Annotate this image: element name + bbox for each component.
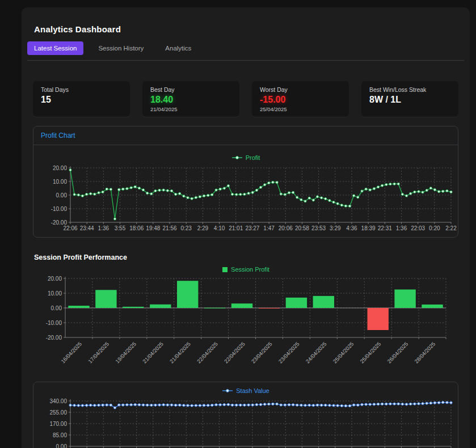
bar — [259, 308, 280, 308]
grid — [70, 401, 451, 446]
y-tick-label: 170.00 — [49, 421, 67, 427]
bar — [368, 308, 389, 330]
bar — [394, 290, 415, 308]
stash-legend: Stash Value — [38, 387, 453, 394]
profit-line-chart: 20.0010.000.00-10.00-20.0022:0623:441:36… — [38, 163, 458, 235]
x-tick-label: 25/04/2025 — [331, 341, 355, 365]
y-tick-label: 340.00 — [49, 398, 67, 404]
bar — [231, 303, 252, 308]
session-profit-title: Session Profit Performance — [34, 253, 458, 261]
y-tick-label: 85.00 — [53, 432, 67, 438]
x-tick-label: 21:01 — [229, 225, 243, 231]
x-tick-label: 23/04/2025 — [277, 341, 301, 365]
session-profit-bar-chart: 20.0010.000.00-10.00-20.0016/04/202517/0… — [33, 275, 453, 370]
x-tick-label: 21/04/2025 — [141, 341, 165, 365]
x-tick-label: 23:53 — [311, 225, 326, 231]
tab-session-history[interactable]: Session History — [91, 41, 150, 55]
stat-card-worst-day: Worst Day -15.00 25/04/2025 — [252, 81, 349, 117]
stash-line-chart: 340.00255.00170.0085.000.0022:0623:441:3… — [38, 396, 458, 448]
x-tick-label: 19:48 — [146, 225, 160, 231]
stat-label: Total Days — [41, 86, 122, 93]
y-tick-label: 255.00 — [49, 409, 67, 416]
x-tick-label: 23:27 — [245, 225, 259, 231]
stat-date: 25/04/2025 — [260, 106, 341, 112]
streak-separator: / — [383, 95, 390, 104]
x-tick-label: 16/04/2025 — [60, 341, 83, 365]
y-tick-label: 0.00 — [56, 192, 68, 198]
y-tick-label: -20.00 — [46, 335, 62, 341]
x-tick-label: 2:22 — [445, 225, 457, 231]
x-tick-label: 22/04/2025 — [223, 341, 246, 365]
stat-value: 15 — [41, 95, 122, 105]
stat-card-best-day: Best Day 18.40 21/04/2025 — [142, 81, 239, 117]
x-tick-label: 18:39 — [361, 225, 376, 231]
session-profit-section: Session Profit Performance Session Profi… — [33, 253, 458, 370]
bar — [286, 298, 307, 308]
bar — [95, 290, 116, 308]
tab-analytics[interactable]: Analytics — [158, 41, 198, 55]
session-profit-legend-label: Session Profit — [231, 266, 269, 273]
bar — [150, 305, 171, 308]
stats-row: Total Days 15 Best Day 18.40 21/04/2025 … — [33, 81, 458, 117]
square-marker-icon — [222, 267, 228, 273]
axes — [70, 166, 451, 222]
x-tick-label: 22:31 — [378, 225, 392, 231]
grid — [70, 168, 451, 222]
stat-value: -15.00 — [260, 95, 341, 105]
x-tick-label: 0:23 — [180, 225, 192, 231]
profit-legend: Profit — [38, 154, 453, 161]
bar — [123, 307, 144, 308]
series-line — [70, 170, 451, 219]
line-marker-icon — [231, 155, 243, 160]
stash-legend-label: Stash Value — [236, 387, 269, 394]
loss-streak: 1L — [390, 95, 401, 104]
y-tick-label: 10.00 — [48, 290, 62, 297]
bar — [422, 305, 443, 308]
x-tick-label: 20:58 — [295, 225, 309, 231]
stat-date: 21/04/2025 — [150, 106, 231, 112]
x-tick-label: 1:36 — [396, 225, 407, 231]
stat-label: Best Day — [150, 86, 231, 93]
x-tick-label: 23/04/2025 — [250, 341, 273, 365]
x-tick-label: 28/04/2025 — [413, 341, 436, 365]
y-axis-ticks: 340.00255.00170.0085.000.00 — [49, 398, 70, 448]
win-streak: 8W — [369, 95, 383, 104]
x-tick-label: 21/04/2025 — [169, 341, 192, 365]
y-tick-label: -10.00 — [51, 206, 68, 212]
data-points — [69, 169, 452, 220]
tab-bar: Latest Session Session History Analytics — [27, 41, 464, 61]
x-axis-labels: 22:0623:441:363:5518:0619:4821:560:232:2… — [63, 225, 457, 231]
stat-label: Best Win/Loss Streak — [369, 86, 450, 93]
dashboard-window: Analytics Dashboard Latest Session Sessi… — [22, 7, 470, 448]
x-tick-label: 1:47 — [263, 225, 275, 231]
y-tick-label: 0.00 — [56, 443, 68, 448]
x-tick-label: 20:06 — [279, 225, 293, 231]
profit-chart-title: Profit Chart — [33, 126, 458, 145]
x-tick-label: 4:36 — [346, 225, 357, 231]
x-tick-label: 22:03 — [411, 225, 425, 231]
bar — [68, 306, 89, 308]
bar — [204, 308, 225, 308]
x-tick-label: 23:44 — [80, 225, 94, 231]
x-tick-label: 19/04/2025 — [114, 341, 137, 365]
data-points — [69, 401, 452, 409]
line-marker-icon — [222, 388, 233, 394]
bar — [177, 281, 198, 308]
y-tick-label: 0.00 — [51, 305, 62, 311]
x-tick-label: 18:06 — [129, 225, 144, 231]
stash-chart-card: Stash Value 340.00255.00170.0085.000.002… — [33, 382, 458, 448]
page-title: Analytics Dashboard — [34, 24, 470, 34]
x-tick-label: 24/04/2025 — [305, 341, 328, 365]
x-tick-label: 0:20 — [429, 225, 440, 231]
x-tick-label: 3:55 — [115, 225, 126, 231]
tab-latest-session[interactable]: Latest Session — [27, 41, 83, 55]
x-tick-label: 26/04/2025 — [386, 341, 409, 365]
x-tick-label: 21:56 — [163, 225, 177, 231]
x-tick-label: 17/04/2025 — [87, 341, 110, 365]
profit-chart-card: Profit Chart Profit 20.0010.000.00-10.00… — [33, 126, 458, 238]
x-tick-label: 25/04/2025 — [359, 341, 382, 365]
x-axis-labels: 16/04/202517/04/202519/04/202521/04/2025… — [60, 341, 436, 365]
y-tick-label: 20.00 — [48, 276, 62, 282]
y-tick-label: 10.00 — [53, 179, 67, 185]
bar — [313, 296, 334, 308]
